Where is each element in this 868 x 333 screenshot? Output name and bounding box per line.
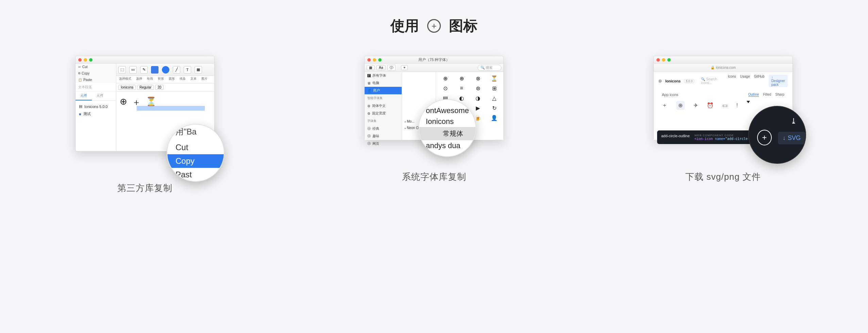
image-button[interactable]: ▦ — [195, 66, 202, 74]
select-mode-button[interactable]: ⬚ — [118, 66, 126, 74]
text-button[interactable]: T — [184, 66, 191, 74]
nav-github[interactable]: GitHub — [754, 75, 765, 87]
tab-sharp[interactable]: Sharp — [775, 93, 784, 97]
mag-font: na — [426, 151, 434, 157]
library-ionicons[interactable]: ▤Ionicons 5.0.0 — [78, 103, 114, 110]
sidebar-chinese[interactable]: ⚙简体中文 — [365, 102, 402, 110]
search-input[interactable]: 🔍 Search icons... — [701, 77, 724, 85]
zoom-icon[interactable] — [667, 58, 671, 62]
info-button[interactable]: ⓘ — [387, 65, 396, 71]
glyph[interactable]: ⊞ — [488, 85, 501, 92]
tab-components[interactable]: 元件 — [76, 92, 92, 100]
tab-components-2[interactable]: 元件 — [92, 92, 108, 100]
albums-icon[interactable]: ▭ — [722, 102, 728, 109]
nav: Icons Usage GitHub ↓ Designer pack — [728, 75, 788, 87]
desktop-icon: 🖥 — [367, 81, 371, 85]
add-icon[interactable]: ＋ — [662, 102, 667, 109]
titlebar — [654, 56, 792, 64]
fb-toolbar: ▦ Aa ⓘ + 🔍 搜索 — [365, 64, 503, 72]
glyph[interactable]: ⊕ — [439, 75, 452, 82]
card-fontbook: 用户（75 种字体） ▦ Aa ⓘ + 🔍 搜索 🅵所有字体 🖥电脑 👤用户 智… — [364, 56, 504, 194]
close-icon[interactable] — [78, 58, 82, 62]
lock-icon: 🔒 — [711, 66, 715, 69]
paste-item[interactable]: 📋Paste — [76, 77, 116, 83]
a-icon: Ⓐ — [367, 141, 371, 146]
download-svg-button[interactable]: ↓ SVG — [778, 132, 805, 144]
glyph[interactable]: ⏳ — [488, 75, 501, 82]
alert-icon[interactable]: ! — [736, 102, 738, 109]
download-icon[interactable]: ⤓ — [790, 117, 797, 125]
mag-font: ontAwesome — [426, 105, 469, 116]
text-paragraph-input[interactable]: 文本段落 — [76, 83, 116, 92]
glyph[interactable]: ↻ — [488, 105, 501, 111]
glyph[interactable]: ≡ — [455, 85, 468, 92]
glyph[interactable]: ⊕ — [455, 75, 468, 82]
add-circle-icon[interactable]: ⊕ — [676, 101, 685, 110]
sidebar-computer[interactable]: 🖥电脑 — [365, 79, 402, 87]
add-circle-icon[interactable]: ⊕ — [120, 96, 127, 108]
style-tabs: Outline Filled Sharp — [748, 93, 784, 97]
tab-outline[interactable]: Outline — [748, 93, 759, 97]
add-button[interactable]: + — [401, 65, 408, 70]
titlebar: 用户（75 种字体） — [365, 56, 503, 64]
toolbar-labels: 选择模式选择绘画矩形圆形线条文本图片 — [116, 76, 214, 82]
nav-usage[interactable]: Usage — [740, 75, 750, 87]
glyph[interactable]: ◑ — [471, 95, 484, 101]
sidebar-fixed[interactable]: ⚙固定宽度 — [365, 110, 402, 117]
mag-font-ionicons[interactable]: Ionicons — [426, 116, 454, 127]
grid-view-button[interactable]: ▦ — [367, 65, 374, 70]
glyph[interactable]: ⊗ — [471, 75, 484, 82]
sidebar-all-fonts[interactable]: 🅵所有字体 — [365, 72, 402, 79]
font-family-select[interactable]: Ionicons — [118, 85, 136, 90]
toolbar: ⬚ ▭ ✎ ╱ T ▦ — [116, 64, 214, 76]
copy-item[interactable]: ⧉Copy — [76, 70, 116, 77]
menu-cut[interactable]: Cut — [167, 141, 224, 154]
a-icon: Ⓐ — [367, 126, 371, 131]
draw-button[interactable]: ✎ — [140, 66, 148, 74]
glyph[interactable]: △ — [488, 95, 501, 101]
sidebar-fun[interactable]: Ⓐ趣味 — [365, 132, 402, 140]
glyph[interactable]: ⊛ — [471, 85, 484, 92]
glyph[interactable]: ▶ — [471, 105, 484, 111]
font-weight-select[interactable]: Regular — [137, 85, 154, 90]
alarm-icon[interactable]: ⏰ — [707, 102, 714, 109]
line-button[interactable]: ╱ — [173, 66, 180, 74]
menu-copy[interactable]: Copy — [167, 154, 224, 168]
sidebar-sets-header: 字体集 — [365, 117, 402, 125]
caption-3: 下载 svg/png 文件 — [685, 171, 761, 183]
paste-icon: 📋 — [78, 78, 82, 82]
close-icon[interactable] — [656, 58, 660, 62]
font-size-select[interactable]: 20 — [155, 85, 164, 90]
fb-sidebar: 🅵所有字体 🖥电脑 👤用户 智能字体集 ⚙简体中文 ⚙固定宽度 字体集 Ⓐ经典 … — [365, 72, 402, 140]
nav-icons[interactable]: Icons — [728, 75, 736, 87]
address-bar[interactable]: 🔒ionicons.com — [654, 64, 792, 72]
minimize-icon[interactable] — [662, 58, 665, 62]
minimize-icon[interactable] — [84, 58, 87, 62]
library-test[interactable]: ■测试 — [78, 110, 114, 118]
version-badge: 5.0.0 — [684, 79, 694, 83]
search-input[interactable]: 🔍 搜索 — [478, 65, 501, 71]
designer-pack-button[interactable]: ↓ Designer pack — [769, 75, 788, 87]
aa-button[interactable]: Aa — [377, 65, 385, 70]
zoom-icon[interactable] — [89, 58, 93, 62]
library-list: ▤Ionicons 5.0.0 ■测试 — [76, 101, 116, 120]
airplane-icon[interactable]: ✈ — [694, 102, 698, 109]
side-tabs: 元件 元件 — [76, 92, 116, 101]
glyph[interactable]: ⊙ — [439, 85, 452, 92]
caption-1: 第三方库复制 — [117, 182, 172, 194]
rect-button[interactable] — [151, 66, 158, 74]
sidebar-web[interactable]: Ⓐ网页 — [365, 140, 402, 147]
magnifier-download: ⤓ + ↓ SVG — [748, 106, 806, 164]
circle-button[interactable] — [162, 66, 169, 74]
cut-item[interactable]: ✂Cut — [76, 64, 116, 70]
tab-filled[interactable]: Filled — [763, 93, 771, 97]
select-button[interactable]: ▭ — [129, 66, 137, 74]
magnifier-menu: 用"Ba Cut Copy Past — [167, 124, 224, 182]
sidebar-classic[interactable]: Ⓐ经典 — [365, 125, 402, 132]
menu-paste[interactable]: Past — [167, 168, 224, 181]
glyph[interactable]: 👤 — [488, 115, 501, 121]
sidebar-user[interactable]: 👤用户 — [365, 87, 402, 94]
browser-window: 🔒ionicons.com ◎ Ionicons 5.0.0 🔍 Search … — [653, 56, 793, 140]
copy-icon: ⧉ — [78, 72, 80, 75]
mag-font-regular[interactable]: 常规体 — [419, 127, 476, 140]
